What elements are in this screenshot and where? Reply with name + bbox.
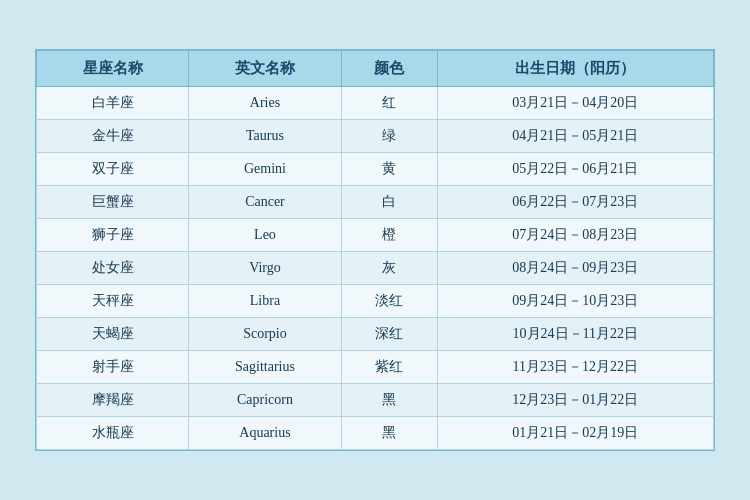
table-cell-1-3: 04月21日－05月21日 [437, 120, 713, 153]
table-cell-4-1: Leo [189, 219, 341, 252]
table-header-row: 星座名称英文名称颜色出生日期（阳历） [37, 51, 714, 87]
table-cell-7-1: Scorpio [189, 318, 341, 351]
table-cell-4-0: 狮子座 [37, 219, 189, 252]
table-cell-3-1: Cancer [189, 186, 341, 219]
table-cell-10-0: 水瓶座 [37, 417, 189, 450]
table-cell-1-2: 绿 [341, 120, 437, 153]
table-cell-8-3: 11月23日－12月22日 [437, 351, 713, 384]
table-cell-1-0: 金牛座 [37, 120, 189, 153]
table-cell-10-1: Aquarius [189, 417, 341, 450]
table-cell-0-1: Aries [189, 87, 341, 120]
table-cell-9-0: 摩羯座 [37, 384, 189, 417]
table-cell-2-1: Gemini [189, 153, 341, 186]
table-cell-5-0: 处女座 [37, 252, 189, 285]
table-header-3: 出生日期（阳历） [437, 51, 713, 87]
table-header-0: 星座名称 [37, 51, 189, 87]
table-cell-5-1: Virgo [189, 252, 341, 285]
table-row: 白羊座Aries红03月21日－04月20日 [37, 87, 714, 120]
table-row: 金牛座Taurus绿04月21日－05月21日 [37, 120, 714, 153]
table-cell-9-1: Capricorn [189, 384, 341, 417]
table-cell-8-0: 射手座 [37, 351, 189, 384]
table-cell-5-3: 08月24日－09月23日 [437, 252, 713, 285]
table-row: 处女座Virgo灰08月24日－09月23日 [37, 252, 714, 285]
table-cell-9-2: 黑 [341, 384, 437, 417]
table-cell-4-2: 橙 [341, 219, 437, 252]
table-cell-2-3: 05月22日－06月21日 [437, 153, 713, 186]
table-cell-6-0: 天秤座 [37, 285, 189, 318]
table-row: 狮子座Leo橙07月24日－08月23日 [37, 219, 714, 252]
table-row: 天蝎座Scorpio深红10月24日－11月22日 [37, 318, 714, 351]
table-cell-0-3: 03月21日－04月20日 [437, 87, 713, 120]
table-cell-10-3: 01月21日－02月19日 [437, 417, 713, 450]
table-cell-3-3: 06月22日－07月23日 [437, 186, 713, 219]
table-row: 水瓶座Aquarius黑01月21日－02月19日 [37, 417, 714, 450]
table-cell-6-3: 09月24日－10月23日 [437, 285, 713, 318]
table-cell-0-2: 红 [341, 87, 437, 120]
table-cell-2-0: 双子座 [37, 153, 189, 186]
table-header-1: 英文名称 [189, 51, 341, 87]
table-cell-2-2: 黄 [341, 153, 437, 186]
table-cell-4-3: 07月24日－08月23日 [437, 219, 713, 252]
table-row: 巨蟹座Cancer白06月22日－07月23日 [37, 186, 714, 219]
table-row: 天秤座Libra淡红09月24日－10月23日 [37, 285, 714, 318]
table-cell-3-2: 白 [341, 186, 437, 219]
table-body: 白羊座Aries红03月21日－04月20日金牛座Taurus绿04月21日－0… [37, 87, 714, 450]
table-cell-6-1: Libra [189, 285, 341, 318]
table-cell-8-2: 紫红 [341, 351, 437, 384]
table-cell-8-1: Sagittarius [189, 351, 341, 384]
table-cell-0-0: 白羊座 [37, 87, 189, 120]
table-cell-3-0: 巨蟹座 [37, 186, 189, 219]
table-cell-6-2: 淡红 [341, 285, 437, 318]
table-row: 射手座Sagittarius紫红11月23日－12月22日 [37, 351, 714, 384]
table-cell-1-1: Taurus [189, 120, 341, 153]
table-row: 双子座Gemini黄05月22日－06月21日 [37, 153, 714, 186]
table-row: 摩羯座Capricorn黑12月23日－01月22日 [37, 384, 714, 417]
zodiac-table-container: 星座名称英文名称颜色出生日期（阳历） 白羊座Aries红03月21日－04月20… [35, 49, 715, 451]
table-cell-7-2: 深红 [341, 318, 437, 351]
table-cell-7-0: 天蝎座 [37, 318, 189, 351]
table-cell-7-3: 10月24日－11月22日 [437, 318, 713, 351]
zodiac-table: 星座名称英文名称颜色出生日期（阳历） 白羊座Aries红03月21日－04月20… [36, 50, 714, 450]
table-cell-9-3: 12月23日－01月22日 [437, 384, 713, 417]
table-cell-5-2: 灰 [341, 252, 437, 285]
table-cell-10-2: 黑 [341, 417, 437, 450]
table-header-2: 颜色 [341, 51, 437, 87]
